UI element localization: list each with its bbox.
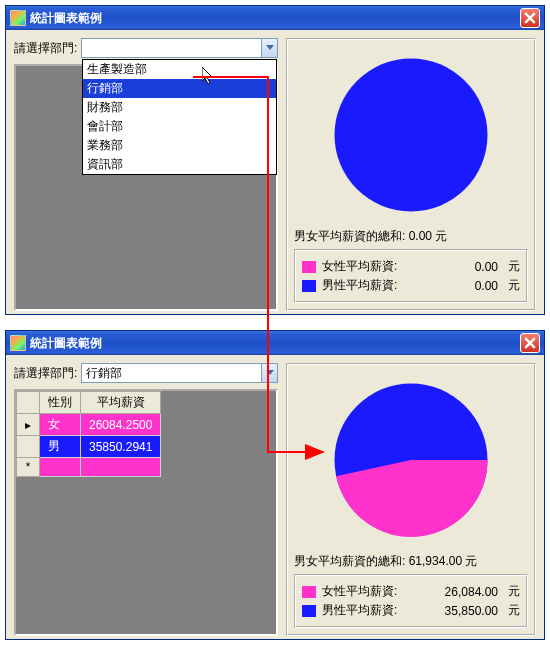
- table-row[interactable]: 男 35850.2941: [17, 436, 161, 458]
- chart-panel: 男女平均薪資的總和: 61,934.00 元 女性平均薪資: 26,084.00…: [286, 363, 536, 636]
- dropdown-option[interactable]: 資訊部: [83, 155, 276, 174]
- combo-value: 行銷部: [82, 365, 261, 382]
- pie-chart: [321, 50, 501, 220]
- col-header-gender[interactable]: 性別: [40, 392, 81, 414]
- dropdown-option[interactable]: 生產製造部: [83, 60, 276, 79]
- legend-row-male: 男性平均薪資: 0.00 元: [302, 276, 520, 295]
- close-icon: [524, 337, 536, 349]
- legend-box: 女性平均薪資: 26,084.00 元 男性平均薪資: 35,850.00 元: [294, 574, 528, 628]
- department-combobox[interactable]: 行銷部: [81, 363, 278, 383]
- cell-empty[interactable]: [81, 458, 161, 477]
- total-line: 男女平均薪資的總和: 0.00 元: [294, 224, 528, 249]
- table-row-new[interactable]: *: [17, 458, 161, 477]
- swatch-female: [302, 261, 316, 273]
- swatch-male: [302, 605, 316, 617]
- cell-gender[interactable]: 男: [40, 436, 81, 458]
- department-dropdown[interactable]: 生產製造部 行銷部 財務部 會計部 業務部 資訊部: [82, 59, 277, 175]
- window-stats-2: 統計圖表範例 請選擇部門: 行銷部 性別: [5, 330, 545, 640]
- combo-dropdown-button[interactable]: [261, 364, 277, 382]
- col-header-salary[interactable]: 平均薪資: [81, 392, 161, 414]
- svg-point-0: [335, 59, 488, 212]
- legend-row-female: 女性平均薪資: 0.00 元: [302, 257, 520, 276]
- dropdown-option[interactable]: 會計部: [83, 117, 276, 136]
- data-grid[interactable]: 性別 平均薪資 ▸ 女 26084.2500 男 35850.2941 *: [14, 389, 278, 636]
- close-icon: [524, 12, 536, 24]
- combo-dropdown-button[interactable]: [261, 39, 277, 57]
- close-button[interactable]: [520, 8, 540, 28]
- dropdown-option[interactable]: 財務部: [83, 98, 276, 117]
- cell-salary[interactable]: 26084.2500: [81, 414, 161, 436]
- window-stats-1: 統計圖表範例 請選擇部門: 生產製造部 行銷部 財務部 會計部: [5, 5, 545, 315]
- app-icon: [10, 335, 26, 351]
- app-icon: [10, 10, 26, 26]
- legend-box: 女性平均薪資: 0.00 元 男性平均薪資: 0.00 元: [294, 249, 528, 303]
- close-button[interactable]: [520, 333, 540, 353]
- titlebar[interactable]: 統計圖表範例: [6, 6, 544, 30]
- chart-panel: 男女平均薪資的總和: 0.00 元 女性平均薪資: 0.00 元 男性平均薪資:…: [286, 38, 536, 311]
- table-row[interactable]: ▸ 女 26084.2500: [17, 414, 161, 436]
- cell-gender[interactable]: 女: [40, 414, 81, 436]
- row-header-blank: [17, 392, 40, 414]
- swatch-male: [302, 280, 316, 292]
- window-title: 統計圖表範例: [30, 335, 102, 352]
- chevron-down-icon: [266, 370, 274, 376]
- select-label: 請選擇部門:: [14, 365, 77, 382]
- row-indicator-new: *: [17, 458, 40, 477]
- row-indicator: [17, 436, 40, 458]
- legend-row-female: 女性平均薪資: 26,084.00 元: [302, 582, 520, 601]
- cell-empty[interactable]: [40, 458, 81, 477]
- department-combobox[interactable]: 生產製造部 行銷部 財務部 會計部 業務部 資訊部: [81, 38, 278, 58]
- window-title: 統計圖表範例: [30, 10, 102, 27]
- legend-row-male: 男性平均薪資: 35,850.00 元: [302, 601, 520, 620]
- swatch-female: [302, 586, 316, 598]
- row-indicator: ▸: [17, 414, 40, 436]
- total-line: 男女平均薪資的總和: 61,934.00 元: [294, 549, 528, 574]
- dropdown-option[interactable]: 業務部: [83, 136, 276, 155]
- cell-salary[interactable]: 35850.2941: [81, 436, 161, 458]
- titlebar[interactable]: 統計圖表範例: [6, 331, 544, 355]
- grid-header-row: 性別 平均薪資: [17, 392, 161, 414]
- chevron-down-icon: [266, 45, 274, 51]
- pie-chart: [321, 375, 501, 545]
- select-label: 請選擇部門:: [14, 40, 77, 57]
- dropdown-option[interactable]: 行銷部: [83, 79, 276, 98]
